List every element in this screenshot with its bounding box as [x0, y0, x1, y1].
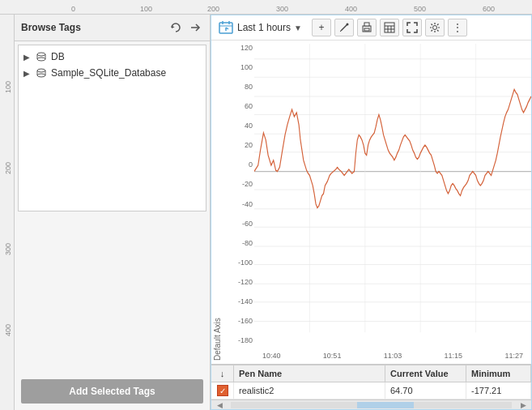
scrollbar-area[interactable]: ◀ ▶ [211, 399, 531, 409]
collapse-button[interactable] [187, 19, 203, 36]
x-tick-3: 11:03 [384, 352, 402, 360]
refresh-button[interactable] [168, 19, 184, 36]
left-panel: Browse Tags ▶ [15, 15, 211, 410]
checked-checkbox: ✓ [217, 385, 228, 396]
chart-svg-container [254, 44, 531, 348]
table-header-min: Minimum [466, 365, 531, 382]
time-range-label: Last 1 hours [237, 22, 291, 33]
svg-point-2 [37, 53, 45, 56]
x-tick-5: 11:27 [504, 352, 523, 360]
ruler-mark-100: 100 [140, 5, 152, 13]
ruler-mark-left-100: 100 [4, 81, 12, 93]
svg-rect-20 [364, 23, 369, 26]
y-axis: 120 100 80 60 40 20 0 -20 -40 -60 -80 -1… [223, 41, 254, 348]
data-table: ↓ Pen Name Current Value Minimum ✓ reali… [211, 364, 531, 399]
ruler-top: 0 100 200 300 400 500 600 [0, 0, 532, 15]
scrollbar-track[interactable] [231, 402, 512, 408]
scrollbar-thumb[interactable] [357, 402, 413, 408]
tree-label-sqlite: Sample_SQLite_Database [51, 67, 166, 79]
add-selected-tags-button[interactable]: Add Selected Tags [21, 379, 203, 404]
ruler-mark-left-300: 300 [4, 243, 12, 255]
clock-icon [218, 19, 234, 36]
db-icon [35, 51, 48, 62]
svg-rect-21 [364, 28, 369, 31]
browse-tags-header: Browse Tags [15, 15, 210, 41]
chart-with-axis: 120 100 80 60 40 20 0 -20 -40 -60 -80 -1… [223, 41, 531, 364]
chart-toolbar: Last 1 hours ▼ + [211, 15, 531, 41]
ruler-left: 100 200 300 400 [0, 15, 15, 410]
x-axis: 10:40 10:51 11:03 11:15 11:27 [254, 348, 531, 364]
svg-point-5 [37, 58, 45, 61]
fullscreen-button[interactable] [402, 19, 422, 36]
database-icon [36, 51, 47, 62]
chart-svg [254, 44, 531, 348]
table-row: ✓ realistic2 64.70 -177.21 [211, 382, 531, 399]
svg-point-9 [37, 74, 45, 77]
scroll-right-arrow[interactable]: ▶ [515, 401, 531, 409]
svg-point-6 [37, 69, 45, 72]
chart-area: Default Axis 120 100 80 60 40 20 0 -20 -… [211, 41, 531, 364]
row-pen-name: realistic2 [234, 382, 385, 399]
table-header-value: Current Value [385, 365, 466, 382]
row-current-value: 64.70 [385, 382, 466, 399]
x-tick-4: 11:15 [445, 352, 463, 360]
ruler-mark-300: 300 [276, 5, 288, 13]
more-button[interactable]: ⋮ [448, 19, 467, 36]
edit-pens-button[interactable] [334, 19, 354, 36]
ruler-mark-left-200: 200 [4, 162, 12, 174]
tree-arrow-sqlite: ▶ [23, 69, 33, 78]
table-icon [384, 22, 395, 33]
time-selector[interactable]: Last 1 hours ▼ [218, 19, 302, 36]
svg-point-27 [432, 26, 436, 30]
svg-rect-22 [385, 23, 394, 32]
collapse-icon [189, 22, 201, 33]
add-pen-button[interactable]: + [312, 19, 331, 36]
table-header: ↓ Pen Name Current Value Minimum [211, 365, 531, 382]
ruler-mark-200: 200 [207, 5, 219, 13]
ruler-mark-0: 0 [71, 5, 75, 13]
time-dropdown-arrow[interactable]: ▼ [294, 23, 302, 32]
sort-icon: ↓ [220, 369, 225, 378]
table-button[interactable] [380, 19, 399, 36]
settings-button[interactable] [425, 19, 445, 36]
svg-marker-0 [172, 26, 175, 29]
y-axis-label: Default Axis [211, 41, 223, 364]
x-tick-2: 10:51 [323, 352, 342, 360]
ruler-mark-left-400: 400 [4, 324, 12, 336]
scroll-left-arrow[interactable]: ◀ [211, 401, 228, 409]
tree-arrow-db: ▶ [23, 53, 33, 62]
right-panel: Last 1 hours ▼ + [211, 15, 532, 410]
print-icon [361, 22, 372, 33]
header-icons [168, 19, 203, 36]
x-tick-1: 10:40 [262, 352, 281, 360]
tree-item-db[interactable]: ▶ DB [19, 49, 206, 65]
refresh-icon [170, 22, 181, 33]
row-minimum: -177.21 [466, 382, 531, 399]
tree-label-db: DB [51, 51, 65, 62]
table-header-pen: Pen Name [234, 365, 385, 382]
database-icon-2 [36, 67, 47, 79]
clock-svg [219, 20, 233, 35]
row-checkbox[interactable]: ✓ [211, 382, 234, 399]
svg-point-18 [346, 23, 348, 26]
svg-line-17 [340, 31, 341, 32]
fullscreen-icon [406, 22, 418, 33]
ruler-mark-500: 500 [414, 5, 426, 13]
svg-line-16 [341, 24, 347, 31]
gear-icon [429, 22, 440, 33]
print-button[interactable] [357, 19, 377, 36]
tree-item-sqlite[interactable]: ▶ Sample_SQLite_Database [19, 65, 206, 81]
ruler-mark-600: 600 [483, 5, 495, 13]
pencil-icon [338, 22, 350, 33]
ruler-mark-400: 400 [345, 5, 357, 13]
tag-tree[interactable]: ▶ DB ▶ [18, 45, 206, 211]
browse-tags-title: Browse Tags [21, 22, 81, 33]
table-header-check: ↓ [211, 365, 234, 382]
sqlite-icon [35, 67, 48, 79]
